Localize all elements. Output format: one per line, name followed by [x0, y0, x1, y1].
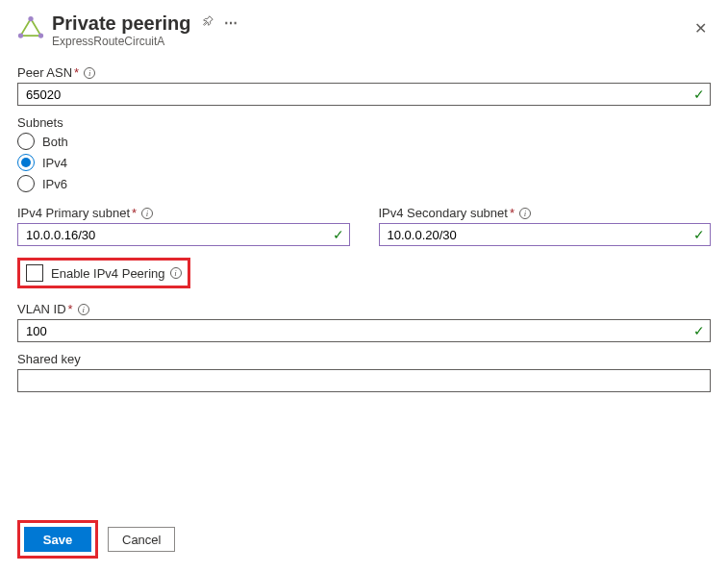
enable-ipv4-label: Enable IPv4 Peering [51, 266, 165, 281]
svg-point-3 [18, 33, 23, 37]
info-icon[interactable]: i [84, 67, 95, 79]
shared-key-label: Shared key [17, 352, 711, 366]
subnets-label: Subnets [17, 115, 711, 130]
info-icon[interactable]: i [78, 304, 89, 315]
page-subtitle: ExpressRouteCircuitA [52, 35, 690, 48]
peering-icon [17, 15, 44, 42]
vlan-id-input[interactable] [17, 319, 711, 342]
vlan-id-label: VLAN ID* i [17, 302, 711, 316]
svg-point-1 [28, 16, 33, 21]
ipv4-primary-label: IPv4 Primary subnet* i [17, 206, 350, 220]
subnets-radio-both[interactable]: Both [17, 133, 711, 150]
info-icon[interactable]: i [141, 208, 153, 219]
peer-asn-input[interactable] [17, 83, 711, 106]
page-title: Private peering [52, 12, 191, 35]
subnets-radio-ipv6[interactable]: IPv6 [17, 175, 711, 192]
ipv4-secondary-input[interactable] [379, 223, 712, 246]
pin-icon[interactable] [201, 12, 214, 35]
svg-point-2 [38, 33, 43, 37]
panel-header: Private peering ⋯ ExpressRouteCircuitA ✕ [17, 12, 711, 48]
ipv4-secondary-label: IPv4 Secondary subnet* i [379, 206, 712, 220]
shared-key-input[interactable] [17, 369, 711, 392]
subnets-radio-ipv4[interactable]: IPv4 [17, 154, 711, 171]
enable-ipv4-checkbox[interactable] [26, 264, 43, 282]
info-icon[interactable]: i [519, 208, 531, 219]
save-button[interactable]: Save [24, 527, 91, 552]
enable-ipv4-peering-row[interactable]: Enable IPv4 Peering i [17, 258, 190, 288]
info-icon[interactable]: i [170, 267, 182, 279]
cancel-button[interactable]: Cancel [108, 527, 175, 552]
more-icon[interactable]: ⋯ [224, 12, 238, 35]
close-icon[interactable]: ✕ [690, 15, 711, 41]
ipv4-primary-input[interactable] [17, 223, 350, 246]
peer-asn-label: Peer ASN* i [17, 65, 711, 80]
